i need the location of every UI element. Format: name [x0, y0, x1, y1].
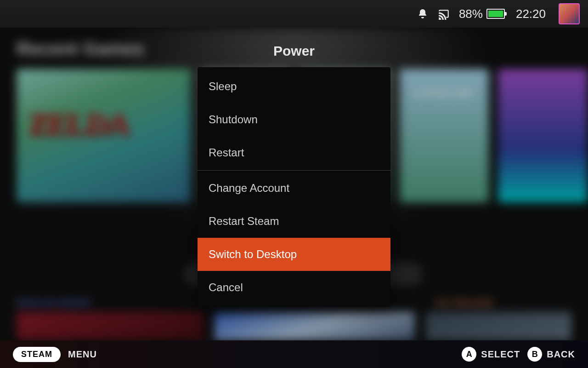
battery-percent-label: 88% — [459, 7, 483, 21]
power-item-cancel[interactable]: Cancel — [198, 271, 390, 304]
power-item-switch-desktop[interactable]: Switch to Desktop — [198, 238, 390, 271]
steam-button[interactable]: STEAM — [13, 347, 61, 362]
power-item-sleep[interactable]: Sleep — [198, 70, 390, 103]
battery-status: 88% — [459, 7, 505, 21]
a-button-hint: A SELECT — [462, 347, 520, 362]
bell-icon[interactable] — [417, 8, 429, 20]
b-button-hint: B BACK — [527, 347, 575, 362]
footer-bar: STEAM MENU A SELECT B BACK — [0, 340, 588, 368]
menu-divider — [198, 170, 390, 171]
power-modal-title: Power — [0, 43, 588, 59]
a-glyph-icon: A — [462, 347, 476, 362]
power-item-shutdown[interactable]: Shutdown — [198, 103, 390, 136]
b-glyph-icon: B — [527, 347, 542, 362]
a-glyph-label: SELECT — [481, 349, 520, 360]
avatar[interactable] — [559, 3, 580, 24]
battery-icon — [486, 9, 505, 19]
clock-label: 22:20 — [516, 7, 546, 21]
power-item-restart[interactable]: Restart — [198, 136, 390, 169]
steam-menu-label: MENU — [68, 349, 97, 360]
power-item-change-account[interactable]: Change Account — [198, 172, 390, 205]
cast-icon[interactable] — [438, 8, 450, 20]
status-bar: 88% 22:20 — [0, 0, 588, 28]
power-menu: Sleep Shutdown Restart Change Account Re… — [198, 67, 390, 307]
power-item-restart-steam[interactable]: Restart Steam — [198, 205, 390, 238]
battery-fill — [488, 11, 503, 17]
footer-right-group: A SELECT B BACK — [462, 347, 575, 362]
b-glyph-label: BACK — [547, 349, 575, 360]
footer-left-group: STEAM MENU — [13, 347, 97, 362]
